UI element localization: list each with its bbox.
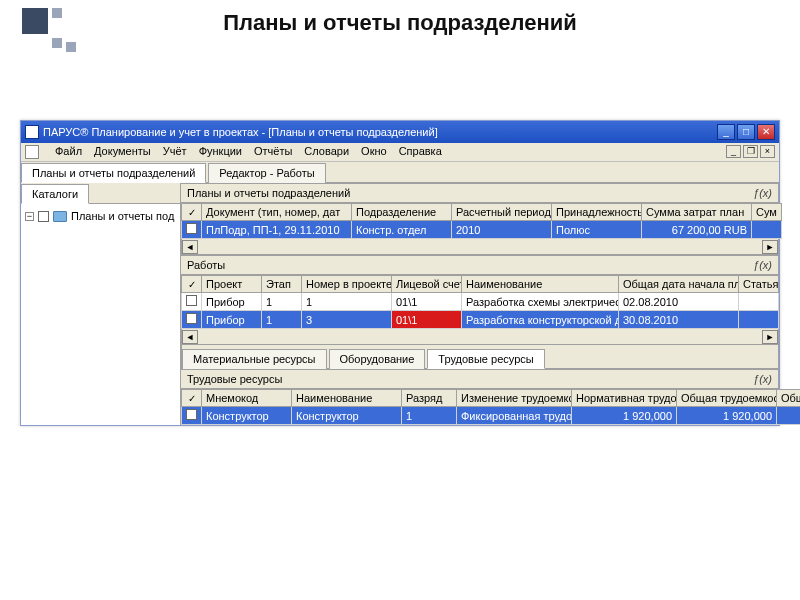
cell-date: 30.08.2010 xyxy=(619,311,739,329)
col-start-date[interactable]: Общая дата начала план xyxy=(619,276,739,293)
menu-window[interactable]: Окно xyxy=(361,145,387,159)
row-checkbox[interactable] xyxy=(186,313,197,324)
close-button[interactable]: ✕ xyxy=(757,124,775,140)
col-cost-plan[interactable]: Сумма затрат план xyxy=(642,204,752,221)
col-check-icon: ✓ xyxy=(188,207,196,218)
cell-rank: 1 xyxy=(402,407,457,425)
col-period[interactable]: Расчетный период xyxy=(452,204,552,221)
cell-stage: 1 xyxy=(262,311,302,329)
cell-name: Разработка схемы электрической прибора xyxy=(462,293,619,311)
menu-reports[interactable]: Отчёты xyxy=(254,145,292,159)
col-article[interactable]: Статья xyxy=(739,276,779,293)
tab-equipment[interactable]: Оборудование xyxy=(329,349,426,369)
menu-functions[interactable]: Функции xyxy=(199,145,242,159)
scroll-left-icon[interactable]: ◄ xyxy=(182,240,198,254)
scroll-right-icon[interactable]: ► xyxy=(762,330,778,344)
menu-dictionaries[interactable]: Словари xyxy=(304,145,349,159)
cell-article xyxy=(739,293,779,311)
tree-root-label: Планы и отчеты под xyxy=(71,210,174,222)
table-row[interactable]: Конструктор Конструктор 1 Фиксированная … xyxy=(182,407,801,425)
tree-toggle-icon[interactable]: − xyxy=(25,212,34,221)
row-checkbox[interactable] xyxy=(186,409,197,420)
minimize-button[interactable]: _ xyxy=(717,124,735,140)
slide-decoration xyxy=(22,8,76,54)
row-checkbox[interactable] xyxy=(186,223,197,234)
cell-document: ПлПодр, ПП-1, 29.11.2010 xyxy=(202,221,352,239)
cell-name: Конструктор xyxy=(292,407,402,425)
mdi-minimize-button[interactable]: _ xyxy=(726,145,741,158)
table-row[interactable]: ПлПодр, ПП-1, 29.11.2010 Констр. отдел 2… xyxy=(182,221,782,239)
grid-plans: ✓ Документ (тип, номер, дат Подразделени… xyxy=(181,203,782,239)
col-total[interactable]: Общая трудоемкость xyxy=(677,390,777,407)
col-account[interactable]: Лицевой счет xyxy=(392,276,462,293)
tab-catalogs[interactable]: Каталоги xyxy=(21,184,89,204)
section1-fn-button[interactable]: ƒ(x) xyxy=(753,187,772,199)
col-rank[interactable]: Разряд xyxy=(402,390,457,407)
section2-fn-button[interactable]: ƒ(x) xyxy=(753,259,772,271)
col-stage[interactable]: Этап xyxy=(262,276,302,293)
cell-date: 02.08.2010 xyxy=(619,293,739,311)
col-project[interactable]: Проект xyxy=(202,276,262,293)
menu-accounting[interactable]: Учёт xyxy=(163,145,187,159)
tree-root-checkbox[interactable] xyxy=(38,211,49,222)
menu-documents[interactable]: Документы xyxy=(94,145,151,159)
cell-account: 01\1 xyxy=(392,293,462,311)
main-panel: Планы и отчеты подразделений ƒ(x) ✓ Доку… xyxy=(181,183,779,425)
titlebar: ПАРУС® Планирование и учет в проектах - … xyxy=(21,121,779,143)
section1-header: Планы и отчеты подразделений ƒ(x) xyxy=(181,183,779,203)
section1-hscroll[interactable]: ◄ ► xyxy=(181,239,779,255)
cell-more xyxy=(777,407,801,425)
grid-labor-header: ✓ Мнемокод Наименование Разряд Изменение… xyxy=(182,390,801,407)
menubar: Файл Документы Учёт Функции Отчёты Слова… xyxy=(21,143,779,162)
col-document[interactable]: Документ (тип, номер, дат xyxy=(202,204,352,221)
resource-tab-strip: Материальные ресурсы Оборудование Трудов… xyxy=(181,345,779,369)
tab-labor-resources[interactable]: Трудовые ресурсы xyxy=(427,349,544,369)
col-change[interactable]: Изменение трудоемко xyxy=(457,390,572,407)
mdi-restore-button[interactable]: ❐ xyxy=(743,145,758,158)
scroll-left-icon[interactable]: ◄ xyxy=(182,330,198,344)
col-norm[interactable]: Нормативная трудоем xyxy=(572,390,677,407)
top-tab-strip: Планы и отчеты подразделений Редактор - … xyxy=(21,162,779,183)
grid-plans-header: ✓ Документ (тип, номер, дат Подразделени… xyxy=(182,204,782,221)
tab-editor-works[interactable]: Редактор - Работы xyxy=(208,163,325,183)
section2-hscroll[interactable]: ◄ ► xyxy=(181,329,779,345)
app-icon xyxy=(25,125,39,139)
maximize-button[interactable]: □ xyxy=(737,124,755,140)
scroll-right-icon[interactable]: ► xyxy=(762,240,778,254)
app-window: ПАРУС® Планирование и учет в проектах - … xyxy=(20,120,780,426)
cell-article xyxy=(739,311,779,329)
col-mnemo[interactable]: Мнемокод xyxy=(202,390,292,407)
section2-title: Работы xyxy=(187,259,225,271)
cell-more xyxy=(752,221,782,239)
section2-header: Работы ƒ(x) xyxy=(181,255,779,275)
col-belonging[interactable]: Принадлежность xyxy=(552,204,642,221)
mdi-close-button[interactable]: × xyxy=(760,145,775,158)
grid-works-header: ✓ Проект Этап Номер в проекте Лицевой сч… xyxy=(182,276,779,293)
section3-fn-button[interactable]: ƒ(x) xyxy=(753,373,772,385)
tree-root-row[interactable]: − Планы и отчеты под xyxy=(25,210,176,222)
col-check-icon: ✓ xyxy=(188,393,196,404)
table-row[interactable]: Прибор 1 1 01\1 Разработка схемы электри… xyxy=(182,293,779,311)
menu-file[interactable]: Файл xyxy=(55,145,82,159)
tab-material-resources[interactable]: Материальные ресурсы xyxy=(182,349,327,369)
cell-project: Прибор xyxy=(202,311,262,329)
table-row[interactable]: Прибор 1 3 01\1 Разработка конструкторск… xyxy=(182,311,779,329)
section1-title: Планы и отчеты подразделений xyxy=(187,187,350,199)
row-checkbox[interactable] xyxy=(186,295,197,306)
cell-name: Разработка конструкторской документации … xyxy=(462,311,619,329)
col-num-in-project[interactable]: Номер в проекте xyxy=(302,276,392,293)
tab-plans[interactable]: Планы и отчеты подразделений xyxy=(21,163,206,183)
cell-norm: 1 920,000 xyxy=(572,407,677,425)
col-more[interactable]: Обще xyxy=(777,390,801,407)
col-sum-more[interactable]: Сум xyxy=(752,204,782,221)
cell-num: 3 xyxy=(302,311,392,329)
col-subdivision[interactable]: Подразделение xyxy=(352,204,452,221)
cell-project: Прибор xyxy=(202,293,262,311)
grid-labor: ✓ Мнемокод Наименование Разряд Изменение… xyxy=(181,389,800,425)
grid-works: ✓ Проект Этап Номер в проекте Лицевой сч… xyxy=(181,275,779,329)
folder-icon xyxy=(53,211,67,222)
col-name[interactable]: Наименование xyxy=(462,276,619,293)
col-name[interactable]: Наименование xyxy=(292,390,402,407)
cell-num: 1 xyxy=(302,293,392,311)
menu-help[interactable]: Справка xyxy=(399,145,442,159)
